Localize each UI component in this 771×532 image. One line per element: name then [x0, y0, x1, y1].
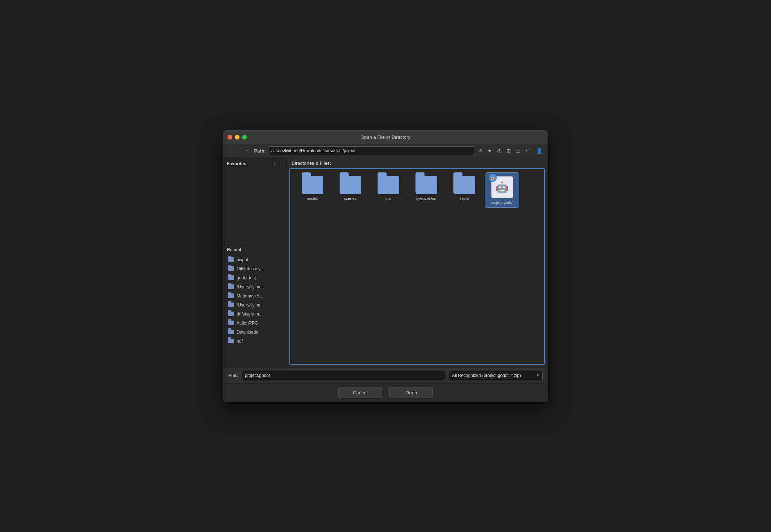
sidebar-item[interactable]: /Users/liyiha... [225, 283, 285, 291]
sidebar-item[interactable]: /Users/liyiha... [225, 301, 285, 309]
file-item[interactable]: Tests [447, 172, 481, 208]
back-icon: ‹ [229, 148, 231, 154]
sort-icon: / ˅ [526, 148, 531, 154]
filter-wrapper: All Recognized (project.godot, *.zip)All… [449, 371, 543, 380]
grid-icon: ⊞ [507, 148, 511, 154]
clock-button[interactable]: ◎ [495, 146, 503, 155]
sidebar-item[interactable]: nof [225, 337, 285, 346]
sidebar-item-label: GitHub.nosy... [237, 266, 264, 271]
folder-icon [228, 339, 234, 343]
file-area: Directories & Files: assetsscenessrcsyte… [287, 158, 548, 368]
folder-icon [228, 293, 234, 298]
godot-face-icon: 🤖 [496, 181, 508, 193]
toolbar: ‹ › ↑ Path: ↺ ★ ◎ ⊞ ☰ / [223, 144, 548, 158]
sort-button[interactable]: / ˅ [524, 146, 533, 155]
maximize-button[interactable] [242, 135, 247, 140]
godot-badge: 🤖 [489, 174, 497, 182]
file-name-label: assets [307, 196, 318, 201]
file-input[interactable] [242, 371, 445, 380]
favorites-actions: ↑ ↓ [272, 161, 283, 167]
file-item[interactable]: src [371, 172, 405, 208]
action-bar: Cancel Open [223, 383, 548, 402]
path-label: Path: [254, 148, 266, 154]
up-icon: ↑ [246, 148, 249, 154]
folder-icon-large [340, 176, 361, 194]
favorites-up-btn[interactable]: ↑ [272, 161, 277, 167]
main-content: Favorites: ↑ ↓ Recent: pixpofGitHub.nosy… [223, 158, 548, 368]
folder-icon [228, 257, 234, 262]
forward-icon: › [237, 148, 239, 154]
sidebar-item-label: ActionRPG [237, 321, 258, 326]
file-label: File: [228, 373, 238, 378]
dir-files-header: Directories & Files: [287, 158, 548, 167]
close-button[interactable] [228, 135, 232, 140]
sidebar-item[interactable]: dnfsingle-m... [225, 310, 285, 318]
minimize-button[interactable] [235, 135, 240, 140]
folder-icon-large [302, 176, 323, 194]
favorites-down-btn[interactable]: ↓ [278, 161, 283, 167]
file-grid: assetsscenessrcsyteamDocTests🤖🤖project.g… [295, 172, 539, 208]
bottom-bar: File: All Recognized (project.godot, *.z… [223, 368, 548, 383]
folder-icon [228, 275, 234, 280]
file-item[interactable]: syteamDoc [409, 172, 443, 208]
favorites-header: Favorites: ↑ ↓ [223, 158, 286, 168]
file-dialog: Open a File or Directory ‹ › ↑ Path: ↺ ★… [223, 130, 548, 402]
dir-files-label: Directories & Files: [292, 161, 331, 166]
sidebar-item[interactable]: ActionRPG [225, 319, 285, 327]
sidebar-item-label: pixpof [237, 257, 248, 262]
file-name-label: src [386, 196, 391, 201]
folder-icon-large [453, 176, 475, 194]
recent-header: Recent: [223, 244, 286, 254]
sidebar-item-label: godot-test [237, 275, 256, 280]
sidebar-item[interactable]: pixpof [225, 256, 285, 264]
sidebar-item-label: MetamaskA... [237, 293, 263, 299]
sidebar-item-label: nof [237, 339, 243, 344]
file-item[interactable]: assets [295, 172, 329, 208]
user-icon: 👤 [536, 148, 542, 154]
forward-button[interactable]: › [235, 146, 241, 155]
file-grid-container[interactable]: assetsscenessrcsyteamDocTests🤖🤖project.g… [289, 168, 545, 365]
folder-icon-large [415, 176, 437, 194]
user-button[interactable]: 👤 [534, 146, 544, 155]
clock-icon: ◎ [497, 148, 501, 154]
file-item[interactable]: scenes [333, 172, 367, 208]
sidebar: Favorites: ↑ ↓ Recent: pixpofGitHub.nosy… [223, 158, 287, 368]
refresh-icon: ↺ [478, 148, 482, 154]
folder-icon-large [378, 176, 399, 194]
up-button[interactable]: ↑ [244, 146, 251, 155]
file-name-label: Tests [460, 196, 469, 201]
list-icon: ☰ [516, 148, 521, 154]
cancel-button[interactable]: Cancel [338, 387, 382, 398]
folder-icon [228, 321, 234, 325]
sidebar-item-label: /Users/liyiha... [237, 303, 264, 308]
sidebar-item[interactable]: GitHub.nosy... [225, 265, 285, 273]
folder-icon [228, 284, 234, 289]
title-bar: Open a File or Directory [223, 130, 548, 144]
godot-file-icon: 🤖🤖 [491, 176, 513, 198]
sidebar-item-label: /Users/liyiha... [237, 284, 264, 289]
sidebar-item[interactable]: MetamaskA... [225, 292, 285, 300]
file-item[interactable]: 🤖🤖project.godot [485, 172, 519, 208]
folder-icon [228, 303, 234, 307]
file-name-label: syteamDoc [416, 196, 436, 201]
filter-select[interactable]: All Recognized (project.godot, *.zip)All… [449, 371, 543, 380]
folder-icon [228, 266, 234, 271]
folder-icon [228, 330, 234, 334]
sidebar-item-label: dnfsingle-m... [237, 312, 263, 317]
favorites-area [223, 168, 286, 244]
refresh-button[interactable]: ↺ [476, 146, 484, 155]
bookmark-button[interactable]: ★ [486, 146, 494, 155]
open-button[interactable]: Open [389, 387, 433, 398]
toolbar-right-icons: ↺ ★ ◎ ⊞ ☰ / ˅ 👤 [476, 146, 544, 155]
back-button[interactable]: ‹ [227, 146, 233, 155]
list-view-button[interactable]: ☰ [514, 146, 522, 155]
sidebar-item[interactable]: Downloads [225, 328, 285, 336]
grid-view-button[interactable]: ⊞ [505, 146, 513, 155]
star-icon: ★ [487, 148, 492, 154]
sidebar-item-label: Downloads [237, 330, 258, 335]
favorites-label: Favorites: [227, 161, 247, 166]
path-input[interactable] [268, 146, 474, 155]
dialog-title: Open a File or Directory [361, 134, 410, 140]
sidebar-item[interactable]: godot-test [225, 274, 285, 282]
file-name-label: project.godot [491, 200, 514, 205]
